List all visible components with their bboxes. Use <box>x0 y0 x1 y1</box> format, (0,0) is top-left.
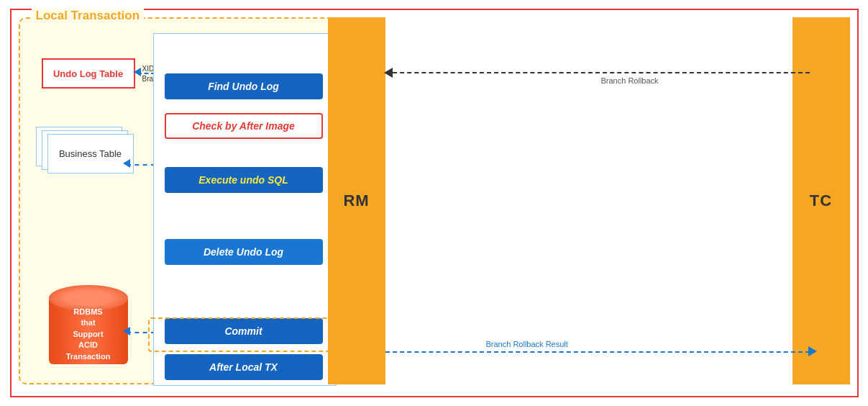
rdbms-cylinder: RDBMSthatSupportACIDTransaction <box>49 285 128 368</box>
branch-rollback-result-label: Branch Rollback Result <box>486 340 568 348</box>
undo-log-table-label: Undo Log Table <box>53 68 123 79</box>
execute-undo-sql-button[interactable]: Execute undo SQL <box>165 167 323 193</box>
local-transaction-label: Local Transaction <box>32 9 145 23</box>
branch-rollback-label: Branch Rollback <box>601 76 659 85</box>
commit-button[interactable]: Commit <box>165 318 323 344</box>
rdbms-group: RDBMSthatSupportACIDTransaction <box>42 285 135 371</box>
check-after-image-button[interactable]: Check by After Image <box>165 113 323 139</box>
business-table-group: Business Table <box>36 127 140 181</box>
find-undo-log-button[interactable]: Find Undo Log <box>165 73 323 99</box>
tc-label: TC <box>810 191 832 210</box>
local-transaction-box: Local Transaction Undo Log Table XID Bra… <box>19 17 371 384</box>
branch-rollback-arrow <box>385 72 810 73</box>
exec-arrowhead <box>123 159 130 168</box>
rm-column: RM <box>328 17 385 384</box>
undo-log-table-box: Undo Log Table <box>42 58 135 89</box>
outer-border: Local Transaction Undo Log Table XID Bra… <box>10 9 859 397</box>
rm-label: RM <box>343 191 369 210</box>
delete-undo-log-button[interactable]: Delete Undo Log <box>165 239 323 265</box>
paper-front: Business Table <box>47 134 134 173</box>
commit-arrowhead <box>123 327 130 335</box>
xid-arrowhead <box>134 68 141 76</box>
exec-arrow <box>127 164 155 166</box>
rdbms-label: RDBMSthatSupportACIDTransaction <box>49 307 128 362</box>
commit-arrow <box>127 332 155 333</box>
branch-rollback-arrowhead <box>384 68 393 78</box>
after-local-tx-button[interactable]: After Local TX <box>165 354 323 380</box>
steps-panel: Find Undo Log Check by After Image Execu… <box>153 33 337 386</box>
branch-rollback-result-arrow <box>385 351 810 353</box>
business-table-label: Business Table <box>59 148 122 159</box>
branch-rollback-result-arrowhead <box>808 346 817 356</box>
